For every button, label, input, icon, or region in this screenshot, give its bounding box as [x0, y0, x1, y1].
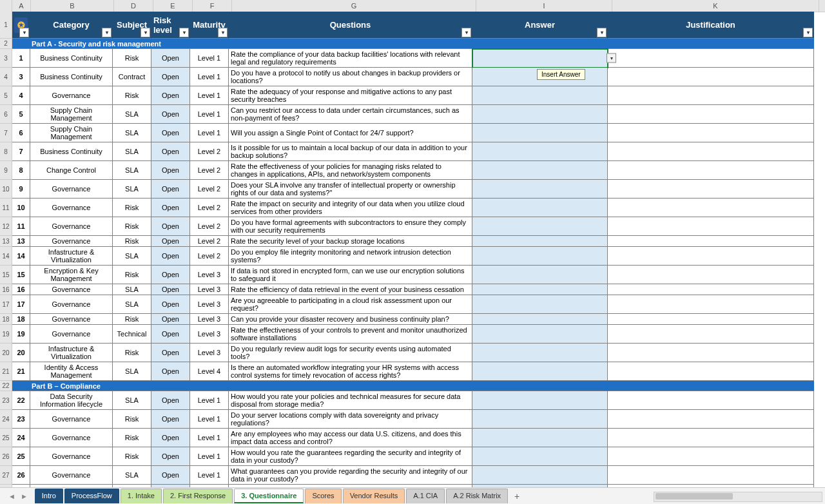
cell-answer[interactable]	[472, 362, 608, 381]
header-category[interactable]: Category▾	[30, 12, 113, 39]
cell-risk-level[interactable]: Open	[151, 247, 190, 266]
cell-justification[interactable]	[608, 410, 814, 429]
cell-risk-level[interactable]: Open	[151, 217, 190, 236]
cell-risk-level[interactable]: Open	[151, 161, 190, 180]
cell-justification[interactable]	[608, 344, 814, 362]
row-number[interactable]: 3	[0, 49, 12, 68]
row-index[interactable]: 24	[12, 429, 30, 447]
cell-question[interactable]: Can you provide your disaster recovery a…	[229, 314, 472, 325]
cell-risk-level[interactable]: Open	[151, 86, 190, 105]
cell-category[interactable]: Governance	[30, 180, 113, 199]
add-sheet-button[interactable]: +	[509, 492, 525, 501]
cell-maturity[interactable]: Level 2	[190, 161, 229, 180]
cell-answer[interactable]	[472, 284, 608, 295]
cell-question[interactable]: Rate the adequacy of your response and m…	[229, 86, 472, 105]
cell-maturity[interactable]: Level 1	[190, 86, 229, 105]
cell-maturity[interactable]: Level 2	[190, 180, 229, 199]
cell-category[interactable]: Governance	[30, 217, 113, 236]
cell-subject[interactable]: Risk	[113, 447, 151, 466]
col-header[interactable]: F	[193, 0, 232, 12]
cell-category[interactable]: Governance	[30, 284, 113, 295]
cell-subject[interactable]: Risk	[113, 49, 151, 68]
cell-category[interactable]: Infastructure & Virtualization	[30, 247, 113, 266]
cell-subject[interactable]: Risk	[113, 266, 151, 284]
cell-category[interactable]: Infastructure & Virtualization	[30, 344, 113, 362]
row-number[interactable]: 20	[0, 344, 12, 362]
cell-category[interactable]: Encryption & Key Management	[30, 266, 113, 284]
cell-justification[interactable]	[608, 391, 814, 410]
header-justification[interactable]: Justification▾	[608, 12, 814, 39]
filter-dropdown-icon[interactable]: ▾	[179, 28, 189, 37]
cell-maturity[interactable]: Level 2	[190, 199, 229, 217]
cell-maturity[interactable]: Level 3	[190, 325, 229, 344]
cell-justification[interactable]	[608, 284, 814, 295]
cell-justification[interactable]	[608, 142, 814, 161]
cell-maturity[interactable]: Level 2	[190, 142, 229, 161]
cell-question[interactable]: Can you restrict our access to data unde…	[229, 105, 472, 124]
cell-subject[interactable]: Risk	[113, 344, 151, 362]
row-number[interactable]: 6	[0, 105, 12, 124]
cell-risk-level[interactable]: Open	[151, 466, 190, 485]
cell-maturity[interactable]: Level 4	[190, 362, 229, 381]
cell-answer[interactable]	[472, 247, 608, 266]
cell-risk-level[interactable]: Open	[151, 236, 190, 247]
row-number[interactable]: 9	[0, 161, 12, 180]
row-number[interactable]: 15	[0, 266, 12, 284]
row-index[interactable]: 5	[12, 105, 30, 124]
cell-maturity[interactable]: Level 2	[190, 217, 229, 236]
row-number[interactable]: 27	[0, 466, 12, 485]
cell-justification[interactable]	[608, 466, 814, 485]
sheet-tab[interactable]: 2. First Response	[163, 489, 233, 503]
cell-subject[interactable]: Risk	[113, 199, 151, 217]
cell-risk-level[interactable]: Open	[151, 124, 190, 142]
col-header[interactable]: K	[612, 0, 819, 12]
cell-answer[interactable]	[472, 124, 608, 142]
row-index[interactable]: 9	[12, 180, 30, 199]
cell-subject[interactable]: SLA	[113, 284, 151, 295]
filter-dropdown-icon[interactable]: ▾	[597, 28, 607, 37]
col-header[interactable]: G	[232, 0, 476, 12]
cell-answer[interactable]	[472, 86, 608, 105]
cell-subject[interactable]: Risk	[113, 236, 151, 247]
cell-justification[interactable]	[608, 266, 814, 284]
row-number[interactable]: 12	[0, 217, 12, 236]
cell-risk-level[interactable]: Open	[151, 362, 190, 381]
header-subject[interactable]: Subject▾	[113, 12, 151, 39]
cell-subject[interactable]: SLA	[113, 180, 151, 199]
cell-question[interactable]: Does your SLA involve any transfer of in…	[229, 180, 472, 199]
cell-question[interactable]: Rate the effectiveness of your controls …	[229, 325, 472, 344]
cell-justification[interactable]	[608, 199, 814, 217]
row-index[interactable]: 20	[12, 344, 30, 362]
filter-dropdown-icon[interactable]: ▾	[461, 28, 471, 37]
sheet-tab[interactable]: 1. Intake	[121, 489, 162, 503]
cell-category[interactable]: Change Control	[30, 161, 113, 180]
cell-subject[interactable]: Risk	[113, 86, 151, 105]
cell-answer[interactable]	[472, 236, 608, 247]
row-number[interactable]: 1	[0, 12, 12, 39]
row-number[interactable]: 14	[0, 247, 12, 266]
cell-risk-level[interactable]: Open	[151, 295, 190, 314]
cell-answer[interactable]	[472, 344, 608, 362]
cell-subject[interactable]: SLA	[113, 142, 151, 161]
cell-question[interactable]: Rate the effectiveness of your policies …	[229, 161, 472, 180]
cell-category[interactable]: Supply Chain Management	[30, 105, 113, 124]
cell-maturity[interactable]: Level 3	[190, 266, 229, 284]
row-number[interactable]: 22	[0, 381, 12, 391]
cell-question[interactable]: Do your server locations comply with dat…	[229, 410, 472, 429]
cell-maturity[interactable]: Level 1	[190, 49, 229, 68]
cell-justification[interactable]	[608, 105, 814, 124]
row-number[interactable]: 26	[0, 447, 12, 466]
cell-category[interactable]: Business Continuity	[30, 142, 113, 161]
col-header[interactable]: I	[476, 0, 612, 12]
row-index[interactable]: 23	[12, 410, 30, 429]
cell-maturity[interactable]: Level 2	[190, 247, 229, 266]
row-index[interactable]: 6	[12, 124, 30, 142]
cell-justification[interactable]	[608, 325, 814, 344]
cell-category[interactable]: Business Continuity	[30, 49, 113, 68]
cell-answer[interactable]	[472, 266, 608, 284]
cell-justification[interactable]	[608, 124, 814, 142]
cell-category[interactable]: Governance	[30, 447, 113, 466]
tab-nav[interactable]: ◄ ►	[6, 492, 30, 500]
row-index[interactable]: 1	[12, 49, 30, 68]
cell-answer[interactable]	[472, 429, 608, 447]
